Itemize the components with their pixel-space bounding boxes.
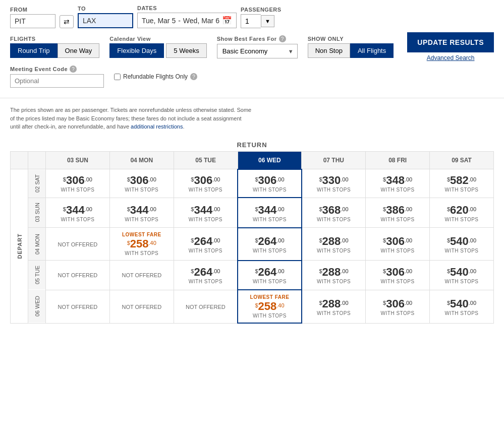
col-header-5: 08 FRI <box>366 151 430 169</box>
with-stops: WITH STOPS <box>177 279 235 284</box>
best-fares-help-icon[interactable]: ? <box>279 35 286 42</box>
fare-cell-r3-c4[interactable]: $288.00 WITH STOPS <box>302 261 366 290</box>
with-stops: WITH STOPS <box>432 248 491 254</box>
price-big: 344 <box>194 204 212 216</box>
fare-cell-r0-c0[interactable]: $306.00 WITH STOPS <box>46 169 110 198</box>
refundable-help-icon[interactable]: ? <box>190 73 197 80</box>
round-trip-button[interactable]: Round Trip <box>10 43 58 58</box>
price-cents: .00 <box>469 268 476 274</box>
swap-button[interactable]: ⇄ <box>60 15 74 28</box>
date-sep: - <box>178 17 181 25</box>
flights-label: FLIGHTS <box>10 36 99 42</box>
price-cents: .00 <box>405 237 412 243</box>
fare-cell-r3-c2[interactable]: $264.00 WITH STOPS <box>174 261 238 290</box>
with-stops: WITH STOPS <box>305 310 363 316</box>
date-range[interactable]: Tue, Mar 5 - Wed, Mar 6 📅 <box>137 13 237 28</box>
price-display: $258.40 <box>113 237 171 250</box>
with-stops: WITH STOPS <box>113 250 171 256</box>
fare-cell-r2-c6[interactable]: $540.00 WITH STOPS <box>430 228 494 261</box>
price-big: 344 <box>130 204 149 216</box>
row-header-0: 02 SAT <box>28 169 46 198</box>
fare-select-wrapper: Basic Economy Economy Business ▼ <box>217 44 298 58</box>
fare-cell-r2-c1[interactable]: LOWEST FARE $258.40 WITH STOPS <box>109 228 174 261</box>
with-stops: WITH STOPS <box>48 187 107 193</box>
fare-cell-r2-c5[interactable]: $306.00 WITH STOPS <box>366 228 430 261</box>
fare-cell-r0-c2[interactable]: $306.00 WITH STOPS <box>174 169 238 198</box>
weeks-button[interactable]: 5 Weeks <box>166 43 206 58</box>
fare-cell-r4-c5[interactable]: $306.00 WITH STOPS <box>366 290 430 323</box>
refundable-label[interactable]: Refundable Flights Only ? <box>114 73 197 80</box>
price-cents: .40 <box>149 240 156 246</box>
fare-cell-r1-c4[interactable]: $368.00 WITH STOPS <box>302 198 366 228</box>
flexible-days-button[interactable]: Flexible Days <box>109 43 164 58</box>
fare-cell-r0-c4[interactable]: $330.00 WITH STOPS <box>302 169 366 198</box>
meeting-code-input[interactable] <box>10 74 104 88</box>
row-header-3: 05 TUE <box>28 261 46 290</box>
row-header-2: 04 MON <box>28 228 46 261</box>
fare-cell-r3-c1[interactable]: NOT OFFERED <box>109 261 174 290</box>
fare-cell-r4-c2[interactable]: NOT OFFERED <box>174 290 238 323</box>
price-cents: .00 <box>341 176 348 182</box>
fare-cell-r1-c1[interactable]: $344.00 WITH STOPS <box>109 198 174 228</box>
fare-cell-r3-c6[interactable]: $540.00 WITH STOPS <box>430 261 494 290</box>
fare-cell-r3-c3[interactable]: $264.00 WITH STOPS <box>238 261 302 290</box>
additional-restrictions-link[interactable]: additional restrictions <box>131 123 183 130</box>
fare-cell-r0-c1[interactable]: $306.00 WITH STOPS <box>109 169 174 198</box>
fare-cell-r1-c2[interactable]: $344.00 WITH STOPS <box>174 198 238 228</box>
meeting-help-icon[interactable]: ? <box>70 66 77 73</box>
fare-cell-r1-c5[interactable]: $386.00 WITH STOPS <box>366 198 430 228</box>
fare-cell-r4-c4[interactable]: $288.00 WITH STOPS <box>302 290 366 323</box>
fare-cell-r2-c0[interactable]: NOT OFFERED <box>46 228 110 261</box>
date-start: Tue, Mar 5 <box>142 17 176 25</box>
with-stops: WITH STOPS <box>241 248 299 254</box>
price-display: $344.00 <box>48 204 107 217</box>
info-text-end: . <box>183 123 184 130</box>
fare-cell-r4-c6[interactable]: $540.00 WITH STOPS <box>430 290 494 323</box>
passengers-dropdown[interactable]: ▼ <box>261 15 274 27</box>
date-end: Wed, Mar 6 <box>183 17 219 25</box>
non-stop-button[interactable]: Non Stop <box>308 43 350 58</box>
from-input[interactable] <box>10 14 55 28</box>
price-cents: .00 <box>405 176 412 182</box>
to-input[interactable] <box>78 13 133 28</box>
fare-cell-r1-c6[interactable]: $620.00 WITH STOPS <box>430 198 494 228</box>
with-stops: WITH STOPS <box>241 313 299 319</box>
update-results-button[interactable]: UPDATE RESULTS <box>407 32 494 52</box>
price-display: $540.00 <box>432 297 491 310</box>
fare-cell-r2-c4[interactable]: $288.00 WITH STOPS <box>302 228 366 261</box>
fare-cell-r0-c5[interactable]: $348.00 WITH STOPS <box>366 169 430 198</box>
price-big: 264 <box>194 266 212 278</box>
refundable-checkbox[interactable] <box>114 74 121 80</box>
price-display: $582.00 <box>432 174 491 187</box>
col-header-4: 07 THU <box>302 151 366 169</box>
fare-cell-r0-c3[interactable]: $306.00 WITH STOPS <box>238 169 302 198</box>
one-way-button[interactable]: One Way <box>58 43 100 58</box>
fare-cell-r3-c0[interactable]: NOT OFFERED <box>46 261 110 290</box>
price-big: 258 <box>130 237 149 250</box>
passengers-label: PASSENGERS <box>241 7 282 13</box>
fare-cell-r4-c3[interactable]: LOWEST FARE $258.40 WITH STOPS <box>238 290 302 323</box>
fare-cell-r2-c3[interactable]: $264.00 WITH STOPS <box>238 228 302 261</box>
fare-cell-r0-c6[interactable]: $582.00 WITH STOPS <box>430 169 494 198</box>
with-stops: WITH STOPS <box>432 217 491 222</box>
meeting-code-label: Meeting Event Code <box>10 66 68 72</box>
fare-cell-r1-c0[interactable]: $344.00 WITH STOPS <box>46 198 110 228</box>
fare-cell-r3-c5[interactable]: $306.00 WITH STOPS <box>366 261 430 290</box>
return-label: RETURN <box>10 136 494 151</box>
advanced-search-link[interactable]: Advanced Search <box>427 54 475 61</box>
fare-cell-r2-c2[interactable]: $264.00 WITH STOPS <box>174 228 238 261</box>
lowest-fare-label: LOWEST FARE <box>113 232 171 237</box>
row-header-1: 03 SUN <box>28 198 46 228</box>
fare-cell-r1-c3[interactable]: $344.00 WITH STOPS <box>238 198 302 228</box>
price-display: $258.40 <box>241 300 299 313</box>
price-cents: .00 <box>276 176 284 182</box>
fare-cell-r4-c0[interactable]: NOT OFFERED <box>46 290 110 323</box>
price-cents: .00 <box>405 299 412 305</box>
price-big: 288 <box>322 297 341 310</box>
passengers-input[interactable] <box>241 14 261 28</box>
all-flights-button[interactable]: All Flights <box>350 43 394 58</box>
fare-select[interactable]: Basic Economy Economy Business <box>217 44 298 58</box>
price-big: 540 <box>450 235 469 247</box>
price-display: $620.00 <box>432 204 491 217</box>
fare-cell-r4-c1[interactable]: NOT OFFERED <box>109 290 174 323</box>
